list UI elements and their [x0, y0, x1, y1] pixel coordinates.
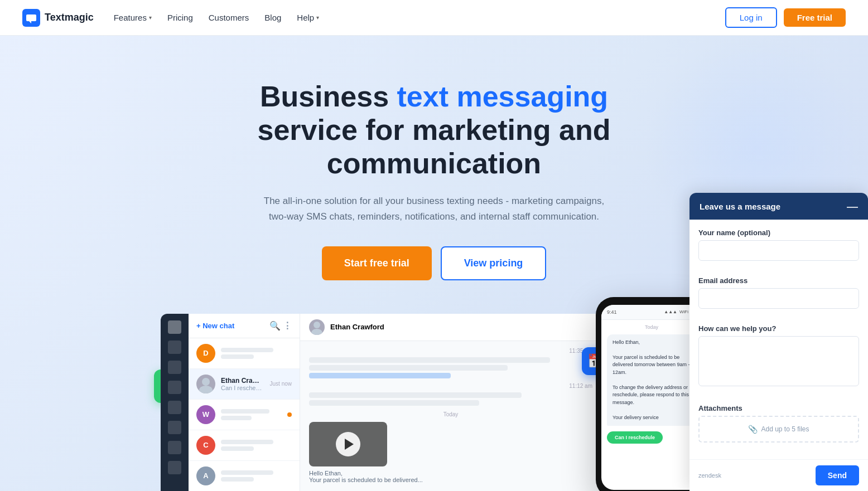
minimize-button[interactable]: —	[847, 201, 858, 212]
nav-links: Features ▾ Pricing Customers Blog Help ▾	[114, 13, 319, 22]
email-field-group: Email address	[698, 276, 859, 317]
sidebar-chat-icon	[168, 320, 181, 334]
chat-main-panel: Ethan Crawford 11:35 am 11:12 am Today	[300, 314, 601, 491]
sidebar-icon	[168, 441, 181, 454]
phone-message: Hello Ethan, Your parcel is scheduled to…	[607, 334, 696, 426]
nav-customers[interactable]: Customers	[209, 13, 249, 22]
avatar: W	[196, 405, 215, 424]
list-item[interactable]: D	[189, 338, 300, 369]
app-sidebar	[161, 314, 189, 491]
avatar: D	[196, 344, 215, 363]
navbar: Textmagic Features ▾ Pricing Customers B…	[0, 0, 868, 36]
logo[interactable]: Textmagic	[22, 9, 94, 27]
sidebar-icon	[168, 421, 181, 434]
hero-content: Business text messaging service for mark…	[211, 80, 657, 280]
play-button[interactable]	[336, 432, 360, 456]
chat-widget-header: Leave us a message —	[689, 193, 868, 220]
nav-pricing[interactable]: Pricing	[167, 13, 193, 22]
chat-main-header: Ethan Crawford	[300, 314, 601, 341]
app-preview: ✉ 7 + New chat 🔍 ⋮ D	[127, 314, 741, 491]
email-input[interactable]	[698, 288, 859, 309]
avatar	[309, 319, 325, 335]
navbar-right: Log in Free trial	[725, 7, 846, 28]
chat-widget-title: Leave us a message	[700, 202, 780, 211]
nav-help[interactable]: Help ▾	[297, 13, 319, 22]
hero-subtitle: The all-in-one solution for all your bus…	[255, 193, 613, 223]
login-button[interactable]: Log in	[725, 7, 777, 28]
attachments-dropzone[interactable]: 📎 Add up to 5 files	[698, 416, 859, 443]
nav-features[interactable]: Features ▾	[114, 13, 152, 22]
sidebar-icon	[168, 361, 181, 374]
avatar: C	[196, 436, 215, 455]
phone-body: Today Hello Ethan, Your parcel is schedu…	[601, 320, 702, 449]
sidebar-icon	[168, 461, 181, 474]
navbar-left: Textmagic Features ▾ Pricing Customers B…	[22, 9, 319, 27]
hero-title: Business text messaging service for mark…	[222, 80, 646, 180]
attachments-label: Attachments	[698, 404, 859, 412]
hero-buttons: Start free trial View pricing	[222, 246, 646, 280]
sidebar-icon	[168, 381, 181, 394]
avatar: A	[196, 466, 215, 485]
list-item[interactable]: A	[189, 461, 300, 491]
help-label: How can we help you?	[698, 324, 859, 333]
logo-text: Textmagic	[45, 12, 94, 23]
svg-point-2	[314, 322, 320, 328]
help-textarea[interactable]	[698, 336, 859, 386]
svg-point-3	[311, 329, 322, 335]
view-pricing-button[interactable]: View pricing	[441, 246, 547, 280]
start-free-trial-button[interactable]: Start free trial	[322, 246, 432, 280]
chat-preview: Can I reschedule my delivery...	[221, 385, 264, 391]
chat-name: Ethan Crawford	[221, 377, 264, 385]
name-input[interactable]	[698, 240, 859, 261]
avatar	[196, 375, 215, 393]
logo-icon	[22, 9, 40, 27]
play-icon	[345, 439, 354, 450]
nav-blog[interactable]: Blog	[264, 13, 281, 22]
chevron-down-icon: ▾	[149, 14, 152, 21]
video-player[interactable]	[309, 422, 387, 466]
phone-cta-button[interactable]: Can I reschedule	[607, 431, 663, 444]
chat-list-panel: + New chat 🔍 ⋮ D Ethan Crawford Ca	[189, 314, 300, 491]
sidebar-icon	[168, 341, 181, 354]
chat-contact-name: Ethan Crawford	[330, 323, 384, 331]
help-field-group: How can we help you?	[698, 324, 859, 396]
sidebar-icon	[168, 401, 181, 414]
attachments-text: Add up to 5 files	[761, 425, 809, 433]
svg-point-0	[202, 378, 210, 386]
list-item[interactable]: Ethan Crawford Can I reschedule my deliv…	[189, 369, 300, 400]
chevron-down-icon: ▾	[316, 14, 319, 21]
name-label: Your name (optional)	[698, 229, 859, 237]
chat-list-header: + New chat 🔍 ⋮	[189, 314, 300, 338]
name-field-group: Your name (optional)	[698, 229, 859, 269]
powered-by-label: zendesk	[698, 472, 721, 479]
unread-badge	[287, 412, 292, 417]
chat-widget-body: Your name (optional) Email address How c…	[689, 220, 868, 459]
list-item[interactable]: C	[189, 430, 300, 461]
phone-header: 9:41 ▲▲▲ WiFi 🔋	[601, 305, 702, 320]
svg-point-1	[199, 386, 213, 393]
chat-widget-footer: zendesk Send	[689, 459, 868, 491]
email-label: Email address	[698, 276, 859, 285]
free-trial-button[interactable]: Free trial	[784, 8, 846, 27]
list-item[interactable]: W	[189, 400, 300, 430]
paperclip-icon: 📎	[748, 425, 758, 434]
chat-widget: Leave us a message — Your name (optional…	[689, 193, 868, 491]
attachments-group: Attachments 📎 Add up to 5 files	[698, 404, 859, 443]
send-button[interactable]: Send	[816, 465, 859, 485]
chat-main-body: 11:35 am 11:12 am Today	[300, 341, 601, 490]
